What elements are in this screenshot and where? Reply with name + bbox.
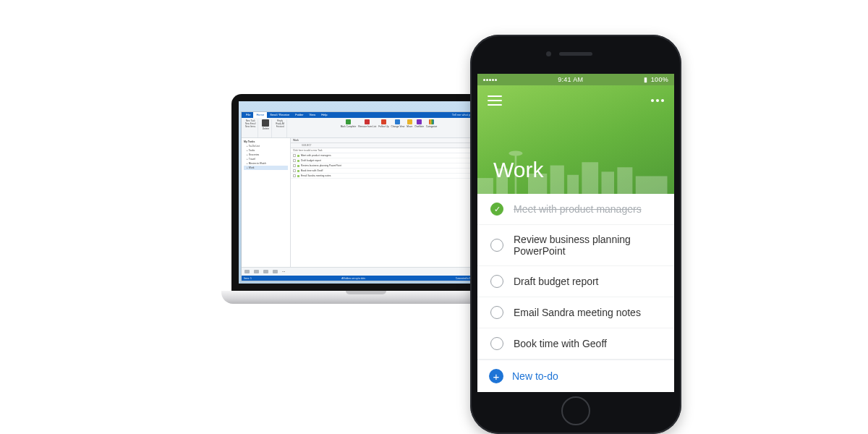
todo-text: Book time with Geoff xyxy=(514,338,607,349)
outlook-window: File Home Send / Receive Folder View Hel… xyxy=(241,111,491,281)
tab-help[interactable]: Help xyxy=(318,112,330,118)
svg-rect-10 xyxy=(636,176,668,195)
remove-icon xyxy=(365,119,370,124)
ribbon-group-delete: Delete xyxy=(260,119,272,137)
follow-up-label: Follow Up xyxy=(378,125,388,128)
checkbox-done-icon[interactable]: ✓ xyxy=(490,203,503,216)
todo-text: Meet with product managers xyxy=(514,203,642,215)
move-label: Move xyxy=(407,125,412,128)
status-item-count: Items: 5 xyxy=(244,277,252,280)
svg-point-3 xyxy=(509,151,522,156)
task-title: Book time with Geoff xyxy=(301,169,477,172)
ios-status-bar: 9:41 AM ▮ 100% xyxy=(477,74,674,85)
checkbox-icon[interactable] xyxy=(490,337,503,350)
delete-button[interactable]: Delete xyxy=(262,119,269,130)
checkbox-icon[interactable] xyxy=(490,306,503,319)
outlook-ribbon: New Task New Email New Items Delete Repl… xyxy=(242,118,490,138)
forward-button[interactable]: Forward xyxy=(276,125,284,128)
list-title: Work xyxy=(493,158,543,182)
checkbox-icon[interactable] xyxy=(293,174,296,177)
phone-device: 9:41 AM ▮ 100% xyxy=(470,35,681,434)
tab-home[interactable]: Home xyxy=(253,112,267,118)
add-task-input[interactable]: Click here to add a new Task xyxy=(291,148,490,153)
outlook-sidebar: My Tasks To-Do List Tasks Groceries Trav… xyxy=(242,138,291,267)
mark-complete-button[interactable]: Mark Complete xyxy=(341,119,357,128)
task-row[interactable]: Book time with Geoff None xyxy=(291,169,490,174)
tab-file[interactable]: File xyxy=(243,112,253,118)
change-view-button[interactable]: Change View xyxy=(391,119,404,128)
tab-send-receive[interactable]: Send / Receive xyxy=(267,112,292,118)
svg-rect-5 xyxy=(550,166,564,194)
svg-rect-8 xyxy=(602,171,615,194)
todo-item[interactable]: Book time with Geoff xyxy=(477,328,674,359)
checkbox-icon[interactable] xyxy=(293,154,296,157)
check-icon xyxy=(346,119,351,124)
ribbon-group-respond: Reply Reply All Forward xyxy=(273,119,287,137)
category-icon xyxy=(297,160,299,162)
sidebar-header: My Tasks xyxy=(244,140,288,143)
remove-from-list-button[interactable]: Remove from List xyxy=(358,119,376,128)
onenote-label: OneNote xyxy=(414,125,424,128)
categorize-icon xyxy=(429,119,434,124)
follow-up-button[interactable]: Follow Up xyxy=(378,119,388,128)
categorize-button[interactable]: Categorize xyxy=(426,119,437,128)
sidebar-item-work[interactable]: Work xyxy=(244,166,288,170)
category-icon xyxy=(297,155,299,157)
todo-text: Draft budget report xyxy=(514,276,599,287)
task-row[interactable]: Email Sandra meeting notes None xyxy=(291,174,490,179)
phone-camera xyxy=(546,51,551,56)
checkbox-icon[interactable] xyxy=(293,164,296,167)
signal-icon xyxy=(483,79,497,81)
outlook-ribbon-tabs: File Home Send / Receive Folder View Hel… xyxy=(242,112,490,118)
move-button[interactable]: Move xyxy=(407,119,412,128)
menu-icon[interactable] xyxy=(488,95,502,106)
mail-icon[interactable] xyxy=(244,270,250,273)
checkbox-icon[interactable] xyxy=(490,239,503,252)
new-todo-label: New to-do xyxy=(512,370,558,382)
remove-label: Remove from List xyxy=(358,125,376,128)
task-row[interactable]: Draft budget report None xyxy=(291,158,490,163)
todo-text: Review business planning PowerPoint xyxy=(514,234,661,257)
todo-text: Email Sandra meeting notes xyxy=(514,307,641,318)
tab-view[interactable]: View xyxy=(307,112,319,118)
todo-item[interactable]: Draft budget report xyxy=(477,266,674,297)
plus-icon: + xyxy=(489,369,503,383)
people-icon[interactable] xyxy=(263,270,268,273)
svg-rect-0 xyxy=(477,178,493,194)
folder-icon xyxy=(407,119,412,124)
checkbox-icon[interactable] xyxy=(293,169,296,172)
onenote-button[interactable]: OneNote xyxy=(414,119,424,128)
nav-more-icon[interactable]: ••• xyxy=(282,270,285,273)
task-row[interactable]: Review business planning PowerPoint None xyxy=(291,163,490,169)
status-time: 9:41 AM xyxy=(558,76,583,83)
new-items-button[interactable]: New Items xyxy=(245,125,255,128)
task-row[interactable]: Meet with product managers None xyxy=(291,153,490,158)
category-icon xyxy=(297,170,299,172)
ribbon-group-new: New Task New Email New Items xyxy=(243,119,258,137)
home-button[interactable] xyxy=(561,396,590,425)
calendar-icon[interactable] xyxy=(254,270,259,273)
view-icon xyxy=(395,119,400,124)
status-sync: All folders are up to date. xyxy=(341,277,365,280)
more-icon[interactable] xyxy=(651,99,664,102)
category-icon xyxy=(297,175,299,177)
todo-item[interactable]: Review business planning PowerPoint xyxy=(477,225,674,266)
todo-item[interactable]: ✓ Meet with product managers xyxy=(477,194,674,225)
task-list-title: Work xyxy=(291,138,490,143)
tasks-icon[interactable] xyxy=(273,270,278,273)
tab-folder[interactable]: Folder xyxy=(292,112,306,118)
task-title: Review business planning PowerPoint xyxy=(301,164,477,167)
change-view-label: Change View xyxy=(391,125,404,128)
new-todo-button[interactable]: + New to-do xyxy=(477,359,674,392)
categorize-label: Categorize xyxy=(426,125,437,128)
svg-rect-9 xyxy=(617,167,632,194)
laptop-base xyxy=(221,291,511,304)
battery-icon: ▮ xyxy=(644,76,647,83)
task-title: Email Sandra meeting notes xyxy=(301,174,477,177)
checkbox-icon[interactable] xyxy=(490,275,503,288)
mark-complete-label: Mark Complete xyxy=(341,125,357,128)
todo-item[interactable]: Email Sandra meeting notes xyxy=(477,297,674,328)
laptop-hinge-notch xyxy=(346,291,386,294)
outlook-nav-footer: ••• xyxy=(242,267,490,276)
checkbox-icon[interactable] xyxy=(293,159,296,162)
